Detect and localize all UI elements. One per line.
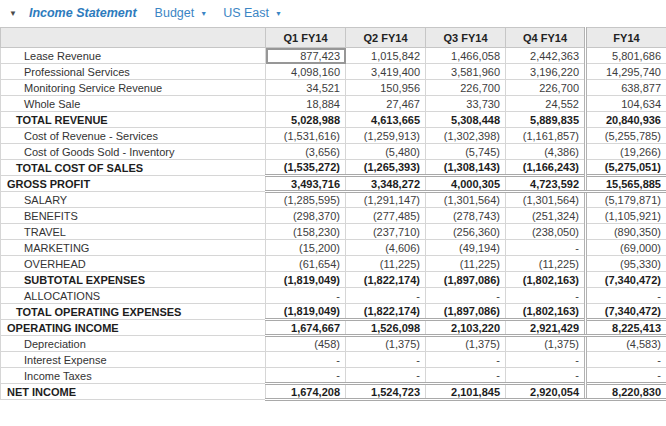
cell[interactable]: (1,819,049) xyxy=(266,272,346,288)
row-label-cell[interactable]: TOTAL REVENUE xyxy=(1,112,266,128)
cell[interactable]: 8,225,413 xyxy=(586,320,666,336)
cell[interactable]: (7,340,472) xyxy=(586,272,666,288)
cell[interactable]: 3,419,400 xyxy=(346,64,426,80)
cell[interactable]: (278,743) xyxy=(426,208,506,224)
cell[interactable]: (15,200) xyxy=(266,240,346,256)
cell[interactable]: - xyxy=(266,368,346,384)
report-title[interactable]: Income Statement xyxy=(29,6,137,20)
cell[interactable]: 2,920,054 xyxy=(506,384,586,400)
cell[interactable]: 3,196,220 xyxy=(506,64,586,80)
cell[interactable]: (1,308,143) xyxy=(426,160,506,176)
cell[interactable]: 1,015,842 xyxy=(346,48,426,64)
row-label-cell[interactable]: Whole Sale xyxy=(1,96,266,112)
cell[interactable]: 15,565,885 xyxy=(586,176,666,192)
cell[interactable]: - xyxy=(506,368,586,384)
row-label-cell[interactable]: Cost of Goods Sold - Inventory xyxy=(1,144,266,160)
cell[interactable]: - xyxy=(506,240,586,256)
cell[interactable]: 1,466,058 xyxy=(426,48,506,64)
row-label-cell[interactable]: SALARY xyxy=(1,192,266,208)
column-header[interactable]: Q4 FY14 xyxy=(506,28,586,48)
cell[interactable]: 2,442,363 xyxy=(506,48,586,64)
cell[interactable]: (5,179,871) xyxy=(586,192,666,208)
scenario-dropdown[interactable]: Budget ▼ xyxy=(155,6,208,20)
cell[interactable]: (69,000) xyxy=(586,240,666,256)
cell[interactable]: (1,802,163) xyxy=(506,272,586,288)
row-label-cell[interactable]: SUBTOTAL EXPENSES xyxy=(1,272,266,288)
cell[interactable]: 34,521 xyxy=(266,80,346,96)
row-label-cell[interactable]: TOTAL OPERATING EXPENSES xyxy=(1,304,266,320)
cell[interactable]: 3,348,272 xyxy=(346,176,426,192)
cell[interactable]: (5,255,785) xyxy=(586,128,666,144)
cell[interactable]: 4,098,160 xyxy=(266,64,346,80)
cell[interactable]: 4,000,305 xyxy=(426,176,506,192)
cell[interactable]: - xyxy=(586,288,666,304)
cell[interactable]: (238,050) xyxy=(506,224,586,240)
cell[interactable]: 2,101,845 xyxy=(426,384,506,400)
row-label-cell[interactable]: Interest Expense xyxy=(1,352,266,368)
cell[interactable]: (3,656) xyxy=(266,144,346,160)
row-label-cell[interactable]: Cost of Revenue - Services xyxy=(1,128,266,144)
cell[interactable]: - xyxy=(346,288,426,304)
cell[interactable]: 33,730 xyxy=(426,96,506,112)
cell[interactable]: - xyxy=(346,368,426,384)
cell[interactable]: (237,710) xyxy=(346,224,426,240)
cell[interactable]: - xyxy=(346,352,426,368)
cell[interactable]: (1,285,595) xyxy=(266,192,346,208)
column-header[interactable]: Q2 FY14 xyxy=(346,28,426,48)
row-label-cell[interactable]: Income Taxes xyxy=(1,368,266,384)
cell[interactable]: (11,225) xyxy=(506,256,586,272)
row-label-cell[interactable]: Lease Revenue xyxy=(1,48,266,64)
cell[interactable]: - xyxy=(506,288,586,304)
cell[interactable]: (158,230) xyxy=(266,224,346,240)
row-label-cell[interactable]: GROSS PROFIT xyxy=(1,176,266,192)
cell[interactable]: 1,674,208 xyxy=(266,384,346,400)
row-label-cell[interactable]: TOTAL COST OF SALES xyxy=(1,160,266,176)
collapse-arrow-icon[interactable]: ▼ xyxy=(9,9,17,18)
row-label-cell[interactable]: BENEFITS xyxy=(1,208,266,224)
row-label-cell[interactable]: ALLOCATIONS xyxy=(1,288,266,304)
cell[interactable]: (1,802,163) xyxy=(506,304,586,320)
cell[interactable]: 20,840,936 xyxy=(586,112,666,128)
cell[interactable]: 150,956 xyxy=(346,80,426,96)
row-label-cell[interactable]: OPERATING INCOME xyxy=(1,320,266,336)
cell[interactable]: (256,360) xyxy=(426,224,506,240)
cell[interactable]: 4,613,665 xyxy=(346,112,426,128)
cell[interactable]: - xyxy=(266,288,346,304)
cell[interactable]: (19,266) xyxy=(586,144,666,160)
cell[interactable]: 1,674,667 xyxy=(266,320,346,336)
cell[interactable]: 5,028,988 xyxy=(266,112,346,128)
cell[interactable]: (277,485) xyxy=(346,208,426,224)
cell[interactable]: (1,166,243) xyxy=(506,160,586,176)
cell[interactable]: 638,877 xyxy=(586,80,666,96)
cell[interactable]: 27,467 xyxy=(346,96,426,112)
cell[interactable]: (1,819,049) xyxy=(266,304,346,320)
region-dropdown[interactable]: US East ▼ xyxy=(223,6,282,20)
row-label-cell[interactable]: Depreciation xyxy=(1,336,266,352)
row-label-cell[interactable]: TRAVEL xyxy=(1,224,266,240)
cell[interactable]: - xyxy=(586,368,666,384)
cell[interactable]: 5,308,448 xyxy=(426,112,506,128)
cell[interactable]: (61,654) xyxy=(266,256,346,272)
cell[interactable]: (1,105,921) xyxy=(586,208,666,224)
cell[interactable]: (1,301,564) xyxy=(506,192,586,208)
cell[interactable]: (95,330) xyxy=(586,256,666,272)
cell[interactable]: (1,531,616) xyxy=(266,128,346,144)
cell[interactable]: - xyxy=(426,368,506,384)
cell[interactable]: (5,275,051) xyxy=(586,160,666,176)
cell[interactable]: (11,225) xyxy=(346,256,426,272)
cell[interactable]: (251,324) xyxy=(506,208,586,224)
cell[interactable]: (1,897,086) xyxy=(426,304,506,320)
cell[interactable]: (1,302,398) xyxy=(426,128,506,144)
cell[interactable]: 18,884 xyxy=(266,96,346,112)
cell[interactable]: (4,606) xyxy=(346,240,426,256)
column-header[interactable]: Q1 FY14 xyxy=(266,28,346,48)
cell[interactable]: (1,301,564) xyxy=(426,192,506,208)
cell[interactable]: - xyxy=(586,352,666,368)
cell[interactable]: 226,700 xyxy=(426,80,506,96)
cell[interactable]: (1,375) xyxy=(506,336,586,352)
cell[interactable]: 1,524,723 xyxy=(346,384,426,400)
column-header[interactable]: Q3 FY14 xyxy=(426,28,506,48)
cell[interactable]: 104,634 xyxy=(586,96,666,112)
cell[interactable]: (1,822,174) xyxy=(346,272,426,288)
cell[interactable]: 5,889,835 xyxy=(506,112,586,128)
